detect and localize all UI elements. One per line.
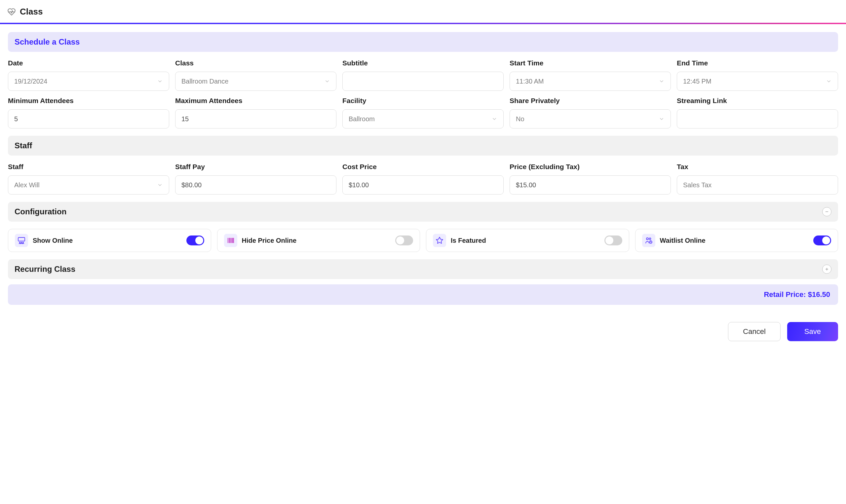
tax-label: Tax <box>677 163 838 171</box>
svg-point-12 <box>647 238 648 240</box>
chevron-down-icon <box>157 182 163 188</box>
end-time-select[interactable]: 12:45 PM <box>677 72 838 91</box>
toggle-card-show-online: Show Online <box>8 229 211 252</box>
staff-pay-input[interactable] <box>181 176 330 194</box>
end-time-label: End Time <box>677 59 838 67</box>
collapse-configuration-button[interactable] <box>822 207 831 216</box>
cost-price-label: Cost Price <box>342 163 504 171</box>
minus-icon <box>825 210 829 214</box>
barcode-icon <box>224 234 237 247</box>
facility-label: Facility <box>342 97 504 105</box>
price-ex-tax-wrap <box>510 175 671 195</box>
subtitle-input[interactable] <box>349 72 497 90</box>
section-staff-header: Staff <box>8 136 838 156</box>
footer-actions: Cancel Save <box>0 322 846 349</box>
section-staff-title: Staff <box>15 141 831 150</box>
chevron-down-icon <box>659 116 665 122</box>
retail-label: Retail Price: <box>764 290 806 299</box>
price-ex-tax-input[interactable] <box>516 176 665 194</box>
display-people-icon <box>15 234 28 247</box>
toggle-waitlist[interactable] <box>813 235 831 246</box>
share-privately-value: No <box>516 115 659 123</box>
chevron-down-icon <box>491 116 497 122</box>
min-attendees-wrap <box>8 109 169 128</box>
date-label: Date <box>8 59 169 67</box>
max-attendees-label: Maximum Attendees <box>175 97 336 105</box>
start-time-label: Start Time <box>510 59 671 67</box>
save-button[interactable]: Save <box>787 322 838 341</box>
retail-value: $16.50 <box>808 290 830 299</box>
max-attendees-input[interactable] <box>181 110 330 128</box>
tax-select[interactable]: Sales Tax <box>677 175 838 195</box>
section-recurring-title: Recurring Class <box>15 265 75 274</box>
toggle-card-is-featured: Is Featured <box>426 229 629 252</box>
svg-marker-11 <box>436 237 443 244</box>
facility-value: Ballroom <box>349 115 491 123</box>
facility-select[interactable]: Ballroom <box>342 109 504 128</box>
people-clock-icon <box>642 234 655 247</box>
svg-rect-1 <box>18 237 25 241</box>
section-schedule-header: Schedule a Class <box>8 32 838 52</box>
chevron-down-icon <box>324 78 330 84</box>
streaming-link-wrap <box>677 109 838 128</box>
subtitle-input-wrap <box>342 72 504 91</box>
heart-pulse-icon <box>7 7 16 16</box>
staff-label: Staff <box>8 163 169 171</box>
subtitle-label: Subtitle <box>342 59 504 67</box>
max-attendees-wrap <box>175 109 336 128</box>
min-attendees-input[interactable] <box>14 110 163 128</box>
price-ex-tax-label: Price (Excluding Tax) <box>510 163 671 171</box>
share-privately-select[interactable]: No <box>510 109 671 128</box>
start-time-value: 11:30 AM <box>516 78 659 85</box>
section-configuration-title: Configuration <box>15 207 67 216</box>
share-privately-label: Share Privately <box>510 97 671 105</box>
toggle-show-online[interactable] <box>187 235 204 246</box>
toggle-label: Is Featured <box>451 237 600 245</box>
toggle-card-hide-price: Hide Price Online <box>217 229 420 252</box>
staff-pay-wrap <box>175 175 336 195</box>
section-configuration-header: Configuration <box>8 202 838 222</box>
star-icon <box>433 234 446 247</box>
date-value: 19/12/2024 <box>14 78 157 85</box>
staff-select[interactable]: Alex Will <box>8 175 169 195</box>
streaming-link-label: Streaming Link <box>677 97 838 105</box>
cost-price-wrap <box>342 175 504 195</box>
chevron-down-icon <box>826 78 832 84</box>
toggle-label: Hide Price Online <box>242 237 391 245</box>
streaming-link-input[interactable] <box>683 110 832 128</box>
chevron-down-icon <box>659 78 665 84</box>
toggle-is-featured[interactable] <box>604 235 622 246</box>
end-time-value: 12:45 PM <box>683 78 826 85</box>
retail-price-bar: Retail Price: $16.50 <box>8 284 838 305</box>
chevron-down-icon <box>157 78 163 84</box>
cancel-button[interactable]: Cancel <box>728 322 780 341</box>
class-label: Class <box>175 59 336 67</box>
class-select[interactable]: Ballroom Dance <box>175 72 336 91</box>
expand-recurring-button[interactable] <box>822 265 831 274</box>
plus-icon <box>825 267 829 271</box>
toggle-card-waitlist: Waitlist Online <box>635 229 839 252</box>
toggle-label: Waitlist Online <box>660 237 809 245</box>
page-header: Class <box>0 0 846 23</box>
staff-pay-label: Staff Pay <box>175 163 336 171</box>
section-schedule-title: Schedule a Class <box>15 37 831 47</box>
toggle-hide-price[interactable] <box>395 235 413 246</box>
date-select[interactable]: 19/12/2024 <box>8 72 169 91</box>
min-attendees-label: Minimum Attendees <box>8 97 169 105</box>
tax-value: Sales Tax <box>683 181 832 189</box>
start-time-select[interactable]: 11:30 AM <box>510 72 671 91</box>
retail-price-text: Retail Price: $16.50 <box>764 290 830 299</box>
section-recurring-header: Recurring Class <box>8 259 838 279</box>
svg-point-13 <box>649 238 651 240</box>
page-title: Class <box>20 6 42 17</box>
staff-value: Alex Will <box>14 181 157 189</box>
class-value: Ballroom Dance <box>181 78 324 85</box>
cost-price-input[interactable] <box>349 176 497 194</box>
toggle-label: Show Online <box>33 237 182 245</box>
